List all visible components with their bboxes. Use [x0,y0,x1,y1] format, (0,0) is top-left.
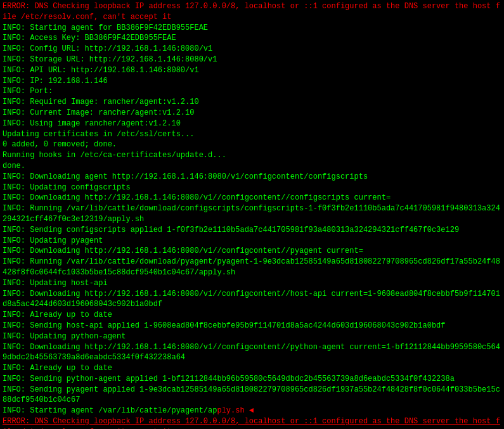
terminal-line: ERROR: DNS Checking loopback IP address … [3,416,501,429]
terminal-line: INFO: Downloading agent http://192.168.1… [3,172,501,182]
terminal-line: INFO: Sending python-agent applied 1-bf1… [3,374,501,385]
terminal-line: INFO: Downloading http://192.168.1.146:8… [3,289,501,311]
terminal-line: INFO: Downloading http://192.168.1.146:8… [3,246,501,257]
terminal-line: ERROR: DNS Checking loopback IP address … [3,1,501,23]
terminal-line: INFO: Updating pyagent [3,236,501,247]
terminal-line: INFO: API URL: http://192.168.1.146:8080… [3,65,501,76]
terminal-line: INFO: Required Image: rancher/agent:v1.2… [3,97,501,108]
terminal-line: INFO: Updating configscripts [3,182,501,193]
terminal-line: done. [3,161,501,172]
terminal-line: INFO: Already up to date [3,363,501,374]
terminal-line: INFO: Downloading http://192.168.1.146:8… [3,342,501,364]
terminal-line: INFO: Starting agent for BB386F9F42EDB95… [3,23,501,34]
terminal-line: INFO: Starting agent /var/lib/cattle/pya… [3,406,501,416]
terminal-line: INFO: Already up to date [3,310,501,321]
terminal-line: INFO: Sending host-api applied 1-9608ead… [3,321,501,331]
terminal-line: INFO: Running /var/lib/cattle/download/c… [3,203,501,225]
terminal-line: INFO: IP: 192.168.1.146 [3,76,501,87]
terminal-line: INFO: Config URL: http://192.168.1.146:8… [3,44,501,54]
terminal-line: INFO: Current Image: rancher/agent:v1.2.… [3,108,501,118]
terminal-line: INFO: Downloading http://192.168.1.146:8… [3,193,501,203]
terminal-line: INFO: Running /var/lib/cattle/download/p… [3,257,501,278]
terminal-line: INFO: Using image rancher/agent:v1.2.10 [3,118,501,129]
terminal-line: INFO: Access Key: BB386F9F42EDB955FEAE [3,33,501,44]
terminal-output[interactable]: ERROR: DNS Checking loopback IP address … [0,0,504,429]
terminal-container: ERROR: DNS Checking loopback IP address … [0,0,504,429]
terminal-line: Running hooks in /etc/ca-certificates/up… [3,150,501,161]
terminal-line: 0 added, 0 removed; done. [3,139,501,150]
terminal-line: INFO: Port: [3,86,501,97]
terminal-line: INFO: Sending configscripts applied 1-f0… [3,225,501,236]
terminal-line: INFO: Updating python-agent [3,331,501,342]
terminal-line: INFO: Storage URL: http://192.168.1.146:… [3,54,501,65]
terminal-line: Updating certificates in /etc/ssl/certs.… [3,129,501,140]
terminal-line: INFO: Updating host-api [3,278,501,289]
terminal-line: INFO: Sending pyagent applied 1-9e3dcab1… [3,385,501,406]
